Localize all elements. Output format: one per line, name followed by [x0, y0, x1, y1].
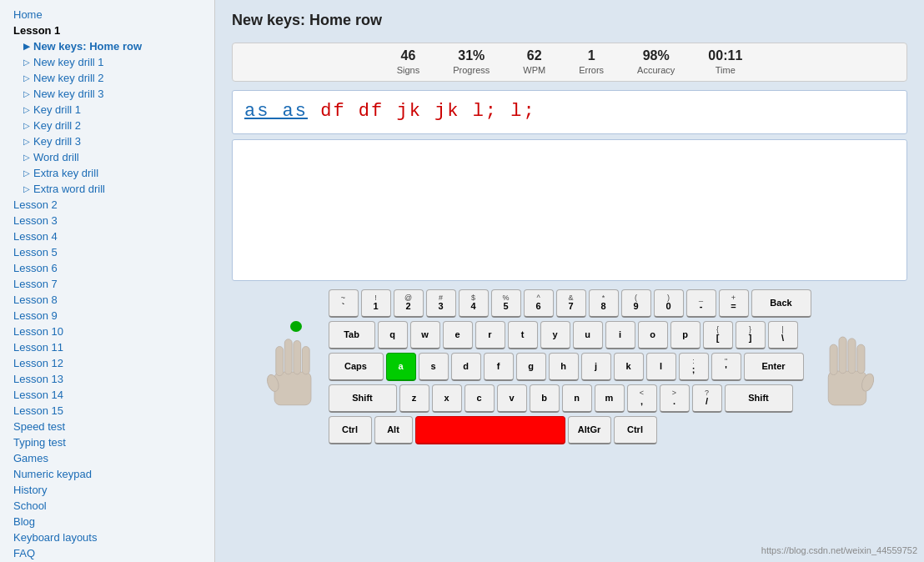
key-h[interactable]: h: [549, 353, 579, 381]
key-y[interactable]: y: [540, 321, 570, 349]
sidebar-speed-test[interactable]: Speed test: [0, 419, 214, 434]
sidebar-keyboard-layouts[interactable]: Keyboard layouts: [0, 529, 214, 545]
sidebar-lesson15[interactable]: Lesson 15: [0, 403, 214, 419]
key-slash[interactable]: ?/: [692, 384, 722, 413]
key-altgr[interactable]: AltGr: [568, 416, 611, 444]
sidebar-lesson6[interactable]: Lesson 6: [0, 260, 214, 276]
sidebar-item-new-key-drill-1[interactable]: ▷ New key drill 1: [0, 54, 214, 70]
key-tab[interactable]: Tab: [329, 321, 375, 349]
sidebar-lesson4[interactable]: Lesson 4: [0, 228, 214, 244]
sidebar-games[interactable]: Games: [0, 450, 214, 466]
sidebar-history[interactable]: History: [0, 482, 214, 498]
key-v[interactable]: v: [497, 384, 527, 413]
key-rbracket[interactable]: }]: [736, 321, 766, 349]
key-lbracket[interactable]: {[: [703, 321, 733, 349]
sidebar-item-extra-word-drill[interactable]: ▷ Extra word drill: [0, 181, 214, 197]
remaining-text: df df jk jk l; l;: [308, 101, 536, 122]
key-c[interactable]: c: [465, 384, 495, 413]
key-8[interactable]: *8: [589, 289, 619, 318]
key-0[interactable]: )0: [654, 289, 684, 318]
sidebar: Home Lesson 1 ▶ New keys: Home row ▷ New…: [0, 0, 215, 562]
sidebar-item-new-keys-home-row[interactable]: ▶ New keys: Home row: [0, 38, 214, 54]
sidebar-item-new-key-drill-3[interactable]: ▷ New key drill 3: [0, 86, 214, 102]
key-n[interactable]: n: [562, 384, 592, 413]
key-alt-left[interactable]: Alt: [374, 416, 413, 444]
sidebar-lesson8[interactable]: Lesson 8: [0, 292, 214, 308]
sidebar-lesson13[interactable]: Lesson 13: [0, 371, 214, 387]
sidebar-item-key-drill-1[interactable]: ▷ Key drill 1: [0, 102, 214, 118]
sidebar-item-key-drill-3[interactable]: ▷ Key drill 3: [0, 133, 214, 149]
key-b[interactable]: b: [530, 384, 560, 413]
key-comma[interactable]: <,: [627, 384, 657, 413]
key-space[interactable]: [415, 416, 565, 444]
sidebar-lesson14[interactable]: Lesson 14: [0, 387, 214, 403]
sidebar-item-extra-key-drill[interactable]: ▷ Extra key drill: [0, 165, 214, 181]
key-ctrl-right[interactable]: Ctrl: [614, 416, 657, 444]
sidebar-lesson11[interactable]: Lesson 11: [0, 339, 214, 355]
key-w[interactable]: w: [410, 321, 440, 349]
key-4[interactable]: $4: [459, 289, 489, 318]
sidebar-typing-test[interactable]: Typing test: [0, 434, 214, 450]
sidebar-lesson12[interactable]: Lesson 12: [0, 355, 214, 371]
svg-rect-1: [275, 347, 283, 376]
key-quote[interactable]: "': [711, 353, 741, 381]
key-semicolon[interactable]: :;: [679, 353, 709, 381]
key-g[interactable]: g: [516, 353, 546, 381]
right-hand-icon: [818, 329, 876, 413]
key-tilde[interactable]: ~`: [329, 289, 359, 318]
key-period[interactable]: >.: [660, 384, 690, 413]
key-minus[interactable]: _-: [686, 289, 716, 318]
key-u[interactable]: u: [573, 321, 603, 349]
sidebar-lesson10[interactable]: Lesson 10: [0, 324, 214, 339]
sidebar-lesson9[interactable]: Lesson 9: [0, 308, 214, 324]
key-enter[interactable]: Enter: [744, 353, 804, 381]
key-equals[interactable]: +=: [719, 289, 749, 318]
key-o[interactable]: o: [638, 321, 668, 349]
key-backspace[interactable]: Back: [751, 289, 811, 318]
key-k[interactable]: k: [614, 353, 644, 381]
sidebar-item-word-drill[interactable]: ▷ Word drill: [0, 149, 214, 165]
arrow-icon: ▷: [23, 105, 30, 114]
sidebar-item-key-drill-2[interactable]: ▷ Key drill 2: [0, 118, 214, 133]
sidebar-blog[interactable]: Blog: [0, 514, 214, 529]
sidebar-lesson2[interactable]: Lesson 2: [0, 197, 214, 213]
key-i[interactable]: i: [605, 321, 635, 349]
key-shift-left[interactable]: Shift: [329, 384, 397, 413]
key-t[interactable]: t: [508, 321, 538, 349]
key-7[interactable]: &7: [556, 289, 586, 318]
key-caps[interactable]: Caps: [329, 353, 384, 381]
key-2[interactable]: @2: [394, 289, 424, 318]
key-p[interactable]: p: [670, 321, 701, 349]
key-q[interactable]: q: [378, 321, 408, 349]
key-5[interactable]: %5: [491, 289, 521, 318]
key-a[interactable]: a: [386, 353, 416, 381]
sidebar-lesson1[interactable]: Lesson 1: [0, 23, 214, 38]
sidebar-school[interactable]: School: [0, 498, 214, 514]
key-shift-right[interactable]: Shift: [725, 384, 793, 413]
key-3[interactable]: #3: [426, 289, 456, 318]
key-6[interactable]: ^6: [524, 289, 554, 318]
key-r[interactable]: r: [475, 321, 505, 349]
sidebar-lesson5[interactable]: Lesson 5: [0, 244, 214, 260]
sidebar-lesson3[interactable]: Lesson 3: [0, 213, 214, 228]
key-z[interactable]: z: [399, 384, 429, 413]
sidebar-numeric-keypad[interactable]: Numeric keypad: [0, 466, 214, 482]
typing-input[interactable]: [232, 139, 907, 281]
sidebar-faq[interactable]: FAQ: [0, 545, 214, 561]
key-f[interactable]: f: [484, 353, 514, 381]
key-s[interactable]: s: [419, 353, 449, 381]
key-x[interactable]: x: [432, 384, 462, 413]
stat-accuracy: 98% Accuracy: [637, 48, 675, 76]
key-l[interactable]: l: [646, 353, 676, 381]
sidebar-home[interactable]: Home: [0, 7, 214, 23]
sidebar-item-new-key-drill-2[interactable]: ▷ New key drill 2: [0, 70, 214, 86]
key-ctrl-left[interactable]: Ctrl: [329, 416, 372, 444]
key-j[interactable]: j: [581, 353, 611, 381]
key-d[interactable]: d: [451, 353, 481, 381]
key-backslash[interactable]: |\: [768, 321, 798, 349]
key-1[interactable]: !1: [361, 289, 391, 318]
key-9[interactable]: (9: [621, 289, 651, 318]
key-m[interactable]: m: [595, 384, 625, 413]
sidebar-lesson7[interactable]: Lesson 7: [0, 276, 214, 292]
key-e[interactable]: e: [443, 321, 473, 349]
